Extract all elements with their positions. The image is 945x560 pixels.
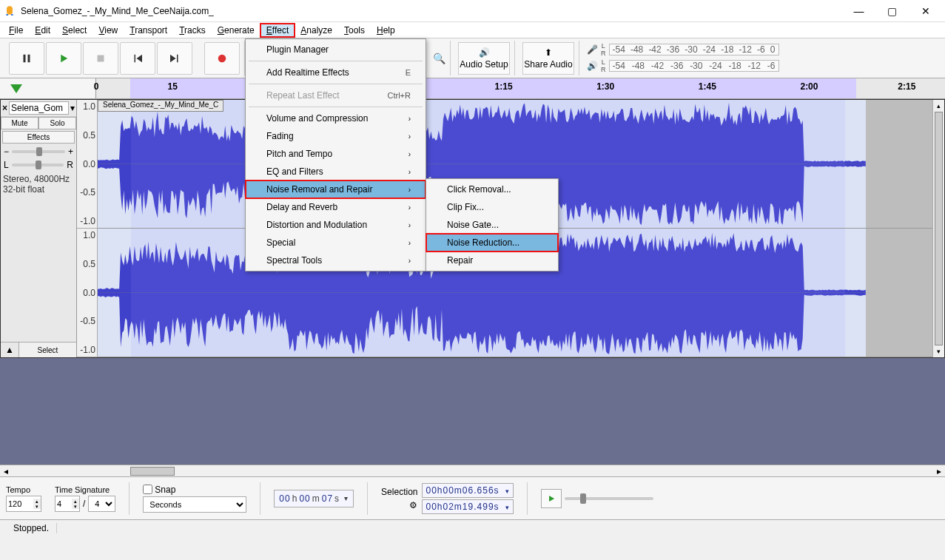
selection-end-display[interactable]: 00h02m19.499s ▾	[422, 499, 513, 514]
track-collapse-button[interactable]: ▲	[1, 343, 19, 357]
speaker-icon: 🔊	[479, 47, 490, 58]
pause-button[interactable]	[9, 42, 44, 75]
pan-r-label: R	[67, 160, 73, 170]
play-at-speed-button[interactable]	[541, 489, 562, 508]
minimize-button[interactable]: ―	[842, 0, 875, 22]
effect-item-pitch-and-tempo[interactable]: Pitch and Tempo›	[246, 145, 426, 163]
timesig-num-input[interactable]	[56, 498, 72, 510]
effect-item-add-realtime-effects[interactable]: Add Realtime EffectsE	[246, 64, 426, 81]
skip-start-button[interactable]	[120, 42, 155, 75]
play-meter-lr: LR	[601, 58, 606, 73]
amplitude-scale: 1.00.50.0-0.5-1.0 1.00.50.0-0.5-1.0	[77, 100, 98, 357]
menu-analyze[interactable]: Analyze	[295, 24, 338, 37]
effect-item-delay-and-reverb[interactable]: Delay and Reverb›	[246, 198, 426, 216]
noise-item-clip-fix-[interactable]: Clip Fix...	[426, 198, 558, 216]
share-audio-label: Share Audio	[524, 59, 572, 70]
upload-icon: ⬆	[545, 47, 552, 58]
effect-item-fading[interactable]: Fading›	[246, 127, 426, 145]
menu-bar: FileEditSelectViewTransportTracksGenerat…	[0, 22, 945, 38]
play-marker-icon[interactable]	[10, 84, 22, 93]
status-bar: Stopped.	[0, 519, 945, 536]
effect-menu-dropdown[interactable]: Plugin ManagerAdd Realtime EffectsERepea…	[245, 38, 426, 271]
hscroll-thumb[interactable]	[130, 467, 175, 476]
track-name[interactable]: Selena_Gom	[9, 101, 69, 115]
effect-item-noise-removal-and-repair[interactable]: Noise Removal and Repair›	[246, 181, 426, 198]
timeline-marker-area	[0, 78, 96, 98]
bottom-toolbar: Tempo ▴▾ Time Signature ▴▾ / 4 Snap Seco…	[0, 476, 945, 519]
scroll-up-button[interactable]: ▴	[933, 100, 944, 112]
noise-item-noise-reduction-[interactable]: Noise Reduction...	[426, 234, 558, 252]
settings-gear-icon[interactable]: ⚙	[409, 500, 417, 510]
menu-select[interactable]: Select	[56, 24, 93, 37]
noise-item-click-removal-[interactable]: Click Removal...	[426, 181, 558, 198]
timeline-ruler[interactable]: 0151:151:301:452:002:152:30	[0, 78, 945, 99]
menu-effect[interactable]: Effect	[260, 24, 295, 37]
noise-item-noise-gate-[interactable]: Noise Gate...	[426, 216, 558, 234]
menu-generate[interactable]: Generate	[212, 24, 260, 37]
effects-button[interactable]: Effects	[2, 131, 75, 144]
tempo-label: Tempo	[6, 485, 41, 494]
record-button[interactable]	[204, 42, 240, 75]
zoom-fit-icon[interactable]: 🔍	[433, 53, 445, 64]
selection-label: Selection	[381, 487, 417, 497]
effect-item-repeat-last-effect: Repeat Last EffectCtrl+R	[246, 87, 426, 104]
timeline-selection[interactable]	[130, 78, 856, 98]
snap-select[interactable]: Seconds	[143, 496, 246, 513]
menu-transport[interactable]: Transport	[124, 24, 173, 37]
menu-view[interactable]: View	[93, 24, 124, 37]
horizontal-scrollbar[interactable]: ◂ ▸	[0, 465, 945, 476]
effect-item-spectral-tools[interactable]: Spectral Tools›	[246, 252, 426, 269]
track-control-panel: × Selena_Gom ▾ Mute Solo Effects − + L R…	[1, 100, 77, 357]
clip-title[interactable]: Selena_Gomez_-_My_Mind_Me_C	[98, 100, 223, 112]
track-close-button[interactable]: ×	[2, 103, 7, 113]
maximize-button[interactable]: ▢	[875, 0, 909, 22]
tempo-up[interactable]: ▴	[33, 499, 41, 504]
audio-setup-button[interactable]: 🔊 Audio Setup	[458, 42, 510, 75]
play-button[interactable]	[46, 42, 81, 75]
effect-item-distortion-and-modulation[interactable]: Distortion and Modulation›	[246, 216, 426, 234]
effect-item-plugin-manager[interactable]: Plugin Manager	[246, 41, 426, 58]
pan-slider[interactable]	[12, 163, 64, 166]
menu-tracks[interactable]: Tracks	[173, 24, 212, 37]
timesig-den-select[interactable]: 4	[88, 496, 115, 512]
solo-button[interactable]: Solo	[38, 117, 76, 129]
playback-speed-slider[interactable]	[565, 497, 653, 500]
vertical-scrollbar[interactable]: ▴ ▾	[932, 100, 944, 357]
tempo-spinbox[interactable]: ▴▾	[6, 496, 41, 512]
noise-removal-submenu[interactable]: Click Removal...Clip Fix...Noise Gate...…	[426, 178, 559, 271]
tempo-down[interactable]: ▾	[33, 504, 41, 509]
record-meter[interactable]: -54-48-42-36-30-24-18-12-60	[609, 44, 779, 55]
scroll-down-button[interactable]: ▾	[933, 345, 944, 357]
tempo-input[interactable]	[7, 498, 33, 510]
mic-icon[interactable]: 🎤	[587, 44, 598, 55]
gain-slider[interactable]	[12, 150, 65, 153]
track-select-button[interactable]: Select	[19, 343, 76, 357]
track-menu-dropdown[interactable]: ▾	[70, 103, 75, 113]
menu-file[interactable]: File	[3, 24, 29, 37]
time-position-display[interactable]: 00h 00m 07s ▾	[274, 490, 354, 507]
gain-minus-label: −	[4, 146, 9, 157]
snap-checkbox[interactable]	[143, 485, 152, 494]
menu-tools[interactable]: Tools	[338, 24, 371, 37]
track-format-info: Stereo, 48000Hz 32-bit float	[1, 172, 76, 197]
menu-edit[interactable]: Edit	[29, 24, 56, 37]
share-audio-button[interactable]: ⬆ Share Audio	[522, 42, 574, 75]
effect-item-volume-and-compression[interactable]: Volume and Compression›	[246, 109, 426, 127]
empty-track-area[interactable]: ◂ ▸	[0, 358, 945, 476]
playback-meter[interactable]: -54-48-42-36-30-24-18-12-6	[609, 60, 779, 72]
effect-item-eq-and-filters[interactable]: EQ and Filters›	[246, 163, 426, 181]
time-format-dropdown[interactable]: ▾	[344, 494, 349, 502]
app-icon	[3, 4, 16, 18]
scroll-right-button[interactable]: ▸	[933, 466, 945, 476]
close-button[interactable]: ✕	[909, 0, 942, 22]
skip-end-button[interactable]	[157, 42, 192, 75]
timesig-num-spinbox[interactable]: ▴▾	[55, 496, 80, 512]
effect-item-special[interactable]: Special›	[246, 234, 426, 252]
mute-button[interactable]: Mute	[1, 117, 38, 129]
scroll-left-button[interactable]: ◂	[0, 466, 12, 476]
noise-item-repair[interactable]: Repair	[426, 252, 558, 269]
speaker-out-icon[interactable]: 🔊	[587, 61, 598, 71]
stop-button[interactable]	[83, 42, 118, 75]
selection-start-display[interactable]: 00h00m06.656s ▾	[422, 483, 513, 498]
menu-help[interactable]: Help	[371, 24, 401, 37]
